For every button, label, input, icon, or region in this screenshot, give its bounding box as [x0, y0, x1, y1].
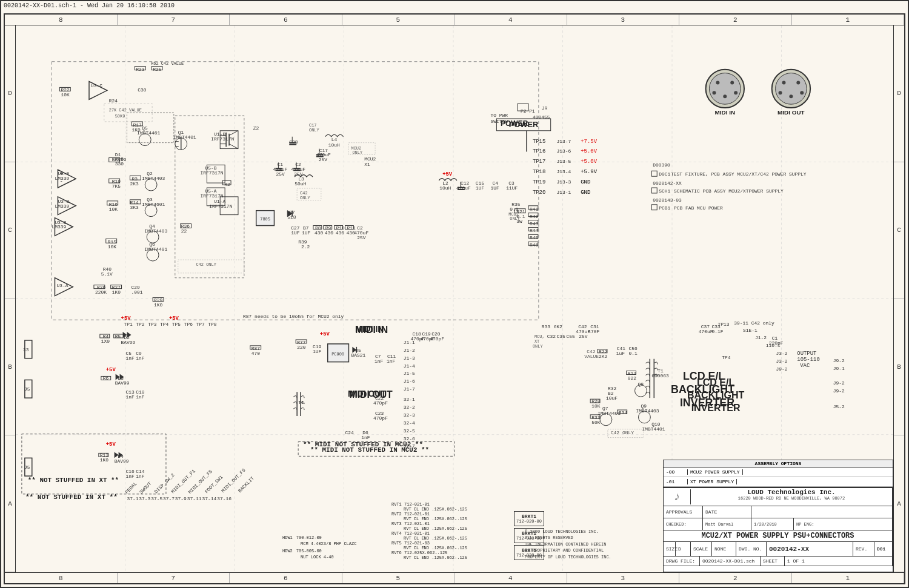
svg-text:J5: J5 [24, 464, 30, 470]
svg-text:22: 22 [181, 228, 187, 234]
svg-point-477 [782, 81, 786, 84]
copyright-line3: THE INFORMATION CONTAINED HEREIN [525, 541, 634, 548]
svg-text:J1-3: J1-3 [404, 355, 415, 361]
svg-text:33: 33 [23, 347, 29, 352]
scale-value: NONE [712, 542, 736, 556]
svg-text:400455: 400455 [533, 114, 550, 120]
svg-text:U3-C: U3-C [91, 83, 102, 88]
svg-text:SCHEMATIC PCB ASSY MCU2/XTPOWE: SCHEMATIC PCB ASSY MCU2/XTPOWER SUPPLY [674, 188, 784, 194]
svg-text:LM339: LM339 [55, 203, 69, 209]
svg-text:BAV99: BAV99 [115, 380, 130, 386]
svg-text:470F: 470F [588, 329, 599, 334]
svg-text:BAV99: BAV99 [112, 157, 127, 162]
svg-text:220: 220 [297, 345, 306, 350]
svg-text:TO PWR: TO PWR [491, 113, 508, 118]
svg-text:S1E-1: S1E-1 [743, 328, 758, 333]
midi-out-schematic-label: MIDI OUT [348, 389, 386, 398]
svg-text:10K: 10K [591, 403, 601, 409]
svg-text:1nF: 1nF [136, 394, 145, 400]
copyright-block: © 2009 LOUD TECHNOLOGIES INC. ALL RIGHTS… [525, 529, 634, 561]
svg-text:10uH: 10uH [328, 142, 340, 148]
svg-text:TP8: TP8 [208, 322, 217, 327]
svg-text:470: 470 [251, 351, 261, 356]
svg-text:J1-7: J1-7 [404, 386, 415, 392]
svg-text:37-11: 37-11 [187, 496, 202, 501]
row-b-left: B [5, 299, 15, 436]
svg-text:7K5: 7K5 [112, 183, 121, 189]
svg-text:XT: XT [534, 339, 539, 344]
svg-text:L4: L4 [331, 137, 338, 142]
svg-text:TP3: TP3 [148, 322, 157, 327]
svg-text:R46: R46 [530, 242, 539, 248]
svg-text:Z2: Z2 [253, 125, 259, 131]
svg-point-476 [776, 73, 807, 105]
svg-text:J1-2: J1-2 [755, 335, 767, 340]
svg-text:D0C1: D0C1 [659, 171, 670, 177]
svg-text:TP20: TP20 [533, 190, 545, 196]
svg-point-472 [723, 94, 727, 98]
svg-text:C42 ONLY: C42 ONLY [196, 262, 217, 267]
approvals-date-label: DATE [703, 506, 751, 518]
svg-text:MIDI IN: MIDI IN [715, 109, 736, 116]
svg-point-468 [710, 73, 741, 105]
svg-text:J9-2: J9-2 [833, 388, 845, 394]
svg-text:1K0: 1K0 [132, 127, 141, 133]
svg-text:2K2: 2K2 [599, 354, 608, 359]
svg-text:32-5: 32-5 [404, 428, 415, 434]
svg-text:5.1V: 5.1V [101, 271, 113, 277]
svg-text:J1-4: J1-4 [404, 363, 415, 369]
assembly-option-0: -00 MCU2 POWER SUPPLY [664, 467, 893, 477]
col-2-bot: 2 [679, 573, 792, 583]
svg-text:C24: C24 [345, 430, 354, 435]
revision: D01 [874, 542, 893, 556]
svg-text:Q8: Q8 [638, 382, 644, 387]
svg-text:0.1F: 0.1F [711, 329, 723, 334]
svg-text:R24: R24 [109, 98, 118, 104]
svg-text:R2: R2 [224, 182, 230, 187]
rvt6-row: RVT6 712-025X.062-.125 [391, 550, 513, 555]
col-4-bot: 4 [454, 573, 567, 583]
svg-text:IMBT4403: IMBT4403 [142, 176, 165, 181]
row-d-right: D [894, 25, 904, 162]
svg-text:25V: 25V [357, 235, 366, 240]
size-label: SIZE [664, 542, 676, 556]
svg-text:BAV99: BAV99 [115, 458, 129, 464]
size-value: D [676, 542, 691, 556]
svg-text:50uH: 50uH [295, 181, 306, 187]
row-d-left: D [5, 25, 15, 162]
rvt1-row: RVT1 712-021-01 [391, 502, 513, 507]
svg-text:2K3: 2K3 [130, 181, 139, 187]
svg-text:1K0: 1K0 [112, 289, 121, 295]
svg-text:+5V: +5V [442, 171, 453, 177]
svg-text:37-14: 37-14 [202, 496, 216, 501]
svg-text:105-110: 105-110 [797, 357, 819, 363]
svg-text:C30: C30 [138, 87, 147, 93]
svg-text:0020142-XX: 0020142-XX [653, 180, 682, 186]
bom-hdw2-pn: 705-005-00 [296, 549, 322, 555]
rvt6-note: RVT CL END .125X.062-.125 [391, 555, 513, 560]
svg-text:37-5: 37-5 [151, 496, 162, 501]
rvt2-row: RVT2 712-021-01 [391, 512, 513, 517]
svg-text:VAC: VAC [800, 363, 810, 369]
col-5-bot: 5 [342, 573, 455, 583]
svg-text:37-16: 37-16 [217, 496, 231, 501]
svg-text:IMBT4401: IMBT4401 [642, 426, 665, 432]
assembly-options: ASSEMBLY OPTIONS -00 MCU2 POWER SUPPLY -… [663, 460, 893, 487]
svg-text:J1-2: J1-2 [404, 348, 415, 353]
sheet-value: 1 OF 1 [785, 557, 893, 566]
svg-text:MIDI OUT: MIDI OUT [777, 109, 805, 116]
svg-text:IMBT4601: IMBT4601 [142, 202, 165, 207]
svg-text:JR: JR [542, 105, 548, 111]
svg-text:+7.5V: +7.5V [581, 139, 597, 145]
drwg-file: 0020142-XX-D01.sch [700, 557, 761, 566]
col-1: 1 [792, 15, 905, 25]
svg-text:C55: C55 [566, 334, 575, 339]
svg-text:** NOT STUFFED IN XT **: ** NOT STUFFED IN XT ** [28, 477, 119, 484]
approvals-label: APPROVALS [664, 506, 703, 518]
svg-text:+: + [59, 171, 62, 177]
company-name: LOUD Technologies Inc. [747, 489, 835, 496]
bom-rvt-section: RVT1 712-021-01 RVT CL END .125X.062-.12… [391, 502, 513, 560]
col-3: 3 [567, 15, 680, 25]
brkt1-1: BRKT1 [516, 514, 542, 519]
svg-text:1X0: 1X0 [101, 339, 110, 344]
